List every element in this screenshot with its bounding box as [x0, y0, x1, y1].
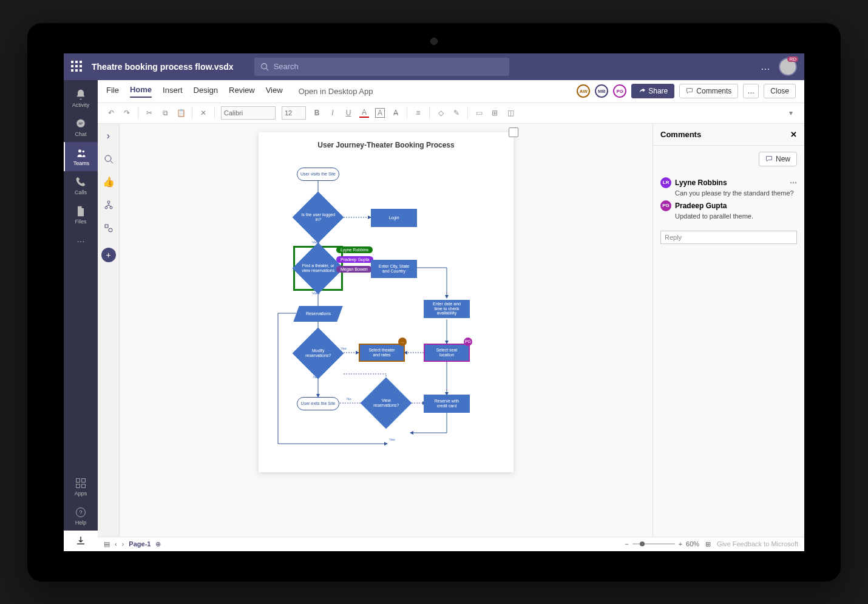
node-select-theater[interactable]: Select theater and rates — [359, 344, 405, 362]
group-icon[interactable]: ◫ — [506, 108, 515, 118]
topbar-more-icon[interactable]: … — [761, 61, 770, 72]
tab-insert[interactable]: Insert — [163, 86, 183, 97]
svg-rect-6 — [82, 478, 86, 482]
delete-icon[interactable]: ✕ — [198, 108, 208, 118]
tab-file[interactable]: File — [106, 86, 119, 97]
comment-text: Can you please try the standard theme? — [660, 189, 797, 197]
redo-icon[interactable]: ↷ — [122, 108, 132, 118]
arrange-icon[interactable]: ▭ — [474, 108, 484, 118]
feedback-link[interactable]: Give Feedback to Microsoft — [717, 540, 798, 548]
nav-chat[interactable]: Chat — [64, 113, 98, 142]
svg-point-0 — [261, 63, 266, 69]
zoom-in-icon[interactable]: + — [679, 540, 682, 548]
cmdbar-more-button[interactable]: … — [743, 84, 759, 98]
font-size-input[interactable] — [282, 106, 306, 120]
add-page-icon[interactable]: ⊕ — [155, 540, 161, 548]
svg-line-1 — [266, 68, 268, 70]
svg-point-15 — [110, 206, 112, 209]
zoom-level: 60% — [686, 540, 699, 548]
rail-thumbsup-icon[interactable]: 👍 — [101, 175, 116, 189]
reply-input[interactable]: Reply — [660, 231, 797, 244]
next-page-icon[interactable]: › — [122, 540, 124, 548]
svg-rect-16 — [105, 225, 108, 228]
comments-button[interactable]: Comments — [679, 84, 738, 98]
tab-home[interactable]: Home — [130, 85, 152, 98]
page-corner-icon[interactable] — [509, 127, 518, 137]
node-reserve[interactable]: Reserve with credit card — [424, 395, 470, 413]
svg-point-4 — [83, 150, 85, 152]
comment-more-icon[interactable]: ⋯ — [790, 178, 797, 187]
undo-icon[interactable]: ↶ — [106, 108, 116, 118]
rail-hierarchy-icon[interactable] — [101, 198, 116, 212]
comments-header: Comments — [660, 130, 701, 139]
tab-design[interactable]: Design — [194, 86, 218, 97]
pages-icon[interactable]: ▤ — [104, 540, 110, 548]
flowchart: User visits the Site Is the user logged … — [259, 155, 514, 459]
node-login[interactable]: Login — [371, 209, 417, 227]
bold-icon[interactable]: B — [312, 108, 322, 118]
italic-icon[interactable]: I — [328, 108, 337, 118]
rail-expand-icon[interactable]: › — [101, 129, 116, 143]
svg-point-11 — [105, 155, 111, 161]
rail-search-icon[interactable] — [101, 152, 116, 166]
font-name-input[interactable] — [221, 106, 276, 120]
zoom-slider[interactable] — [632, 543, 675, 545]
close-comments-icon[interactable]: ✕ — [790, 130, 797, 139]
close-button[interactable]: Close — [764, 84, 796, 98]
fill-color-icon[interactable]: ◇ — [436, 108, 446, 118]
paste-icon[interactable]: 📋 — [176, 108, 186, 118]
node-enter-city[interactable]: Enter City, State and Country — [371, 260, 417, 278]
node-start[interactable]: User visits the Site — [297, 168, 339, 181]
canvas-area[interactable]: User Journey-Theater Booking Process — [120, 124, 653, 537]
nav-help[interactable]: ?Help — [64, 501, 98, 531]
fit-page-icon[interactable]: ⊞ — [705, 540, 711, 548]
new-comment-button[interactable]: New — [759, 152, 797, 166]
node-select-seat[interactable]: Select seat location — [424, 344, 470, 362]
zoom-out-icon[interactable]: − — [625, 540, 628, 548]
presence-aw[interactable]: AW — [577, 84, 590, 98]
node-enter-date[interactable]: Enter date and time to check availabilit… — [424, 300, 470, 318]
underline-icon[interactable]: U — [344, 108, 353, 118]
tab-review[interactable]: Review — [229, 86, 255, 97]
nav-teams[interactable]: Teams — [64, 142, 98, 171]
prev-page-icon[interactable]: ‹ — [115, 540, 117, 548]
app-launcher-icon[interactable] — [71, 61, 83, 73]
presence-pg[interactable]: PG — [613, 84, 626, 98]
nav-calls[interactable]: Calls — [64, 171, 98, 200]
comment-author: Lyyne Robbins — [675, 178, 727, 187]
text-highlight-icon[interactable]: A — [375, 108, 385, 118]
cut-icon[interactable]: ✂ — [144, 108, 154, 118]
current-page[interactable]: Page-1 — [129, 540, 151, 548]
search-input[interactable]: Search — [254, 58, 509, 76]
comments-pane: Comments ✕ New LR Lyyne Robbins ⋯ Can yo… — [653, 124, 804, 537]
download-button[interactable] — [64, 531, 98, 551]
node-exit[interactable]: User exits the Site — [297, 397, 339, 410]
nav-more[interactable]: … — [64, 229, 98, 249]
svg-text:?: ? — [79, 509, 82, 515]
tab-view[interactable]: View — [266, 86, 283, 97]
copy-icon[interactable]: ⧉ — [160, 108, 170, 118]
nav-apps[interactable]: Apps — [64, 472, 98, 501]
font-color-icon[interactable]: A — [359, 108, 369, 118]
toolbar-chevron-icon[interactable]: ▾ — [786, 108, 796, 118]
search-icon — [260, 63, 269, 71]
line-color-icon[interactable]: ✎ — [452, 108, 461, 118]
comment-thread[interactable]: LR Lyyne Robbins ⋯ Can you please try th… — [653, 172, 804, 228]
clear-format-icon[interactable]: A̶ — [391, 108, 401, 118]
align-icon[interactable]: ≡ — [413, 108, 423, 118]
svg-point-14 — [105, 206, 107, 209]
node-reservations[interactable]: Reservations — [293, 306, 342, 322]
rail-add-button[interactable]: + — [101, 248, 116, 262]
svg-line-12 — [110, 161, 113, 163]
nav-activity[interactable]: Activity — [64, 84, 98, 113]
share-button[interactable]: Share — [631, 84, 674, 98]
open-in-desktop-link[interactable]: Open in Desktop App — [299, 87, 373, 96]
nav-files[interactable]: Files — [64, 200, 98, 229]
status-bar: ▤ ‹ › Page-1 ⊕ − + 60% ⊞ — [98, 537, 804, 551]
file-icon — [75, 205, 87, 217]
presence-mb[interactable]: MB — [595, 84, 608, 98]
position-icon[interactable]: ⊞ — [490, 108, 500, 118]
rail-shapes-icon[interactable] — [101, 221, 116, 236]
app-screen: Theatre booking process flow.vsdx Search… — [64, 53, 804, 551]
user-avatar[interactable]: RD — [779, 58, 797, 76]
